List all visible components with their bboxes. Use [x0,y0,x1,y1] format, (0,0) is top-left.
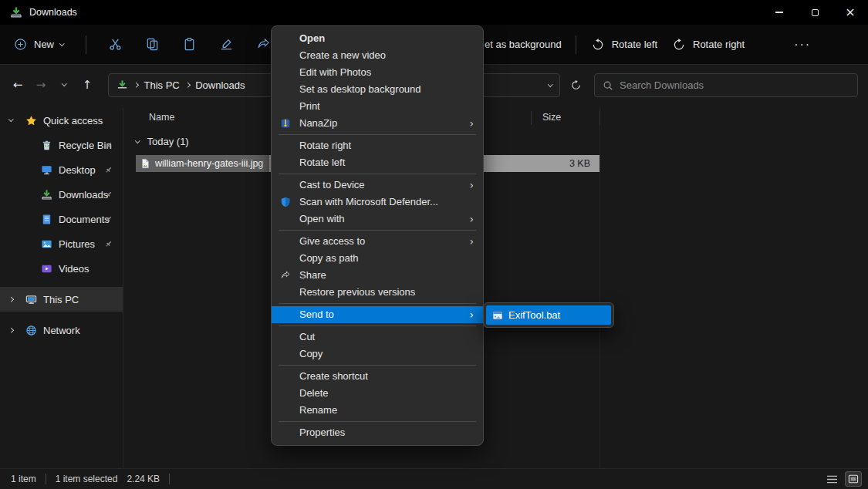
file-list-pane: Name Size Today (1) william-henry-gates-… [123,108,868,468]
sidebar-item-videos[interactable]: Videos [0,256,123,281]
menu-item-print[interactable]: Print [272,98,483,115]
sidebar-item-this-pc[interactable]: This PC [0,287,123,312]
sidebar-item-documents[interactable]: Documents [0,207,123,231]
close-button[interactable]: × [833,0,868,25]
up-button[interactable]: ↑ [76,73,99,96]
breadcrumb-chevron-icon [133,83,138,87]
menu-separator [279,134,476,135]
pin-icon [104,239,113,251]
paste-button[interactable] [182,37,198,52]
menu-item-rotate-left[interactable]: Rotate left [272,154,483,171]
view-switcher [823,469,862,489]
menu-item-rename[interactable]: Rename [272,402,483,419]
recent-locations-button[interactable] [52,73,76,96]
menu-item-copy-as-path[interactable]: Copy as path [272,250,483,267]
sidebar-item-network[interactable]: Network [0,318,123,342]
sidebar-item-downloads[interactable]: Downloads [0,182,123,207]
downloads-icon [40,188,52,201]
rotate-right-label: Rotate right [693,39,745,50]
menu-item-give-access-to[interactable]: Give access to › [272,233,483,250]
set-as-background-button[interactable]: et as background [485,39,562,50]
menu-item-set-as-desktop-background[interactable]: Set as desktop background [272,81,483,98]
group-header-today[interactable]: Today (1) [136,136,189,147]
sidebar-item-pictures[interactable]: Pictures [0,231,123,256]
menu-item-scan-with-microsoft-defender[interactable]: Scan with Microsoft Defender... [272,194,483,211]
column-header-size[interactable]: Size [542,112,561,123]
share-button[interactable] [256,37,272,52]
menu-item-open[interactable]: Open [272,30,483,47]
downloads-folder-icon [117,79,128,91]
rename-button[interactable] [219,37,235,52]
more-options-icon: ··· [794,38,811,52]
menu-item-rotate-right[interactable]: Rotate right [272,137,483,154]
videos-icon [40,262,52,275]
menu-item-label: Copy as path [299,252,359,264]
image-file-icon [140,158,150,169]
menu-item-open-with[interactable]: Open with › [272,211,483,228]
copy-button[interactable] [145,37,160,52]
submenu-arrow-icon: › [469,306,474,323]
command-bar-left: New [0,25,272,64]
submenu-item-label: ExifTool.bat [508,309,560,321]
forward-button[interactable]: → [29,73,52,96]
chevron-down-icon [59,41,64,46]
column-headers: Name Size [123,108,868,128]
cut-button[interactable] [108,37,123,52]
rotate-right-button[interactable]: Rotate right [671,37,745,52]
new-plus-icon [12,37,28,52]
breadcrumb-this-pc[interactable]: This PC [144,79,180,91]
search-input[interactable] [620,79,849,91]
toolbar-divider [86,35,86,54]
pin-icon [104,140,113,152]
submenu-arrow-icon: › [469,211,474,228]
documents-icon [40,213,52,225]
menu-item-label: Cast to Device [299,179,365,191]
status-divider [169,474,170,484]
column-divider[interactable] [599,111,600,125]
breadcrumb-downloads[interactable]: Downloads [195,79,245,91]
menu-separator [279,325,476,326]
menu-item-send-to[interactable]: Send to › [272,306,483,323]
column-divider[interactable] [531,111,532,125]
menu-item-label: Rotate left [299,157,345,168]
submenu-arrow-icon: › [469,115,474,132]
maximize-button[interactable] [797,0,833,25]
refresh-button[interactable] [563,73,588,97]
menu-item-label: Print [299,100,320,112]
menu-item-copy[interactable]: Copy [272,346,483,363]
menu-item-create-shortcut[interactable]: Create shortcut [272,368,483,385]
new-button[interactable]: New [12,37,64,52]
recycle-bin-icon [40,139,52,151]
menu-separator [279,365,476,366]
chevron-down-icon[interactable] [135,138,140,143]
menu-item-properties[interactable]: Properties [272,424,483,441]
menu-item-label: NanaZip [299,117,337,129]
menu-item-share[interactable]: Share [272,267,483,284]
menu-item-delete[interactable]: Delete [272,385,483,402]
file-size: 3 KB [569,158,599,169]
menu-item-label: Send to [299,309,334,320]
sidebar-item-label: Recycle Bin [0,140,112,151]
menu-item-cut[interactable]: Cut [272,329,483,346]
sidebar-item-recycle-bin[interactable]: Recycle Bin [0,133,123,157]
minimize-button[interactable] [762,0,797,25]
more-options-button[interactable]: ··· [794,38,811,52]
menu-item-edit-with-photos[interactable]: Edit with Photos [272,64,483,81]
menu-item-cast-to-device[interactable]: Cast to Device › [272,177,483,194]
menu-separator [279,303,476,304]
back-button[interactable]: ← [6,73,29,96]
rotate-left-label: Rotate left [612,39,657,50]
menu-item-nanazip[interactable]: NanaZip › [272,115,483,132]
address-dropdown-icon[interactable] [548,82,552,86]
menu-item-label: Set as desktop background [299,83,421,95]
submenu-item-exiftool-bat[interactable]: ExifTool.bat [486,305,611,325]
quick-access-star-icon [25,114,37,126]
details-view-button[interactable] [823,471,840,487]
rotate-left-button[interactable]: Rotate left [590,37,657,52]
sidebar-item-desktop[interactable]: Desktop [0,157,123,182]
menu-item-create-a-new-video[interactable]: Create a new video [272,47,483,64]
column-header-name[interactable]: Name [149,112,174,123]
sidebar-item-quick-access[interactable]: Quick access [0,108,123,133]
large-icons-view-button[interactable] [845,471,862,487]
menu-item-restore-previous-versions[interactable]: Restore previous versions [272,284,483,301]
